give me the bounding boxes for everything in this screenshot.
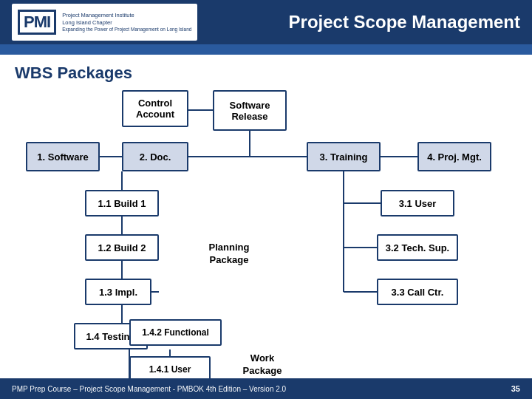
footer: PMP Prep Course – Project Scope Manageme… (0, 378, 532, 399)
software-release-box: Software Release (213, 90, 287, 131)
page-header-title: Project Scope Management (197, 12, 520, 33)
logo-area: PMI Project Management Institute Long Is… (12, 4, 197, 41)
footer-page-number: 35 (511, 384, 520, 393)
main-content: WBS Packages (0, 55, 532, 384)
box-3-2: 3.2 Tech. Sup. (377, 234, 458, 261)
logo-text: Project Management Institute Long Island… (62, 12, 191, 33)
box-2-doc: 2. Doc. (122, 142, 188, 171)
box-1-2: 1.2 Build 2 (85, 234, 159, 261)
footer-text: PMP Prep Course – Project Scope Manageme… (12, 385, 286, 393)
header: PMI Project Management Institute Long Is… (0, 0, 532, 44)
work-package-label: Work Package (233, 352, 292, 378)
control-account-box: Control Account (122, 90, 188, 127)
sub-header-bar (0, 44, 532, 55)
box-1-3: 1.3 Impl. (85, 279, 151, 305)
box-3-1: 3.1 User (381, 190, 454, 216)
box-1-4-2: 1.4.2 Functional (129, 319, 222, 346)
box-1-1: 1.1 Build 1 (85, 190, 159, 216)
planning-package-label: Planning Package (196, 242, 262, 267)
box-1-software: 1. Software (26, 142, 100, 171)
box-3-training: 3. Training (307, 142, 381, 171)
box-3-3: 3.3 Call Ctr. (377, 279, 458, 305)
wbs-diagram: Control Account Software Release 1. Soft… (15, 90, 517, 378)
pmi-logo: PMI (18, 10, 56, 35)
box-4-proj-mgt: 4. Proj. Mgt. (417, 142, 491, 171)
page-title: WBS Packages (15, 64, 517, 83)
